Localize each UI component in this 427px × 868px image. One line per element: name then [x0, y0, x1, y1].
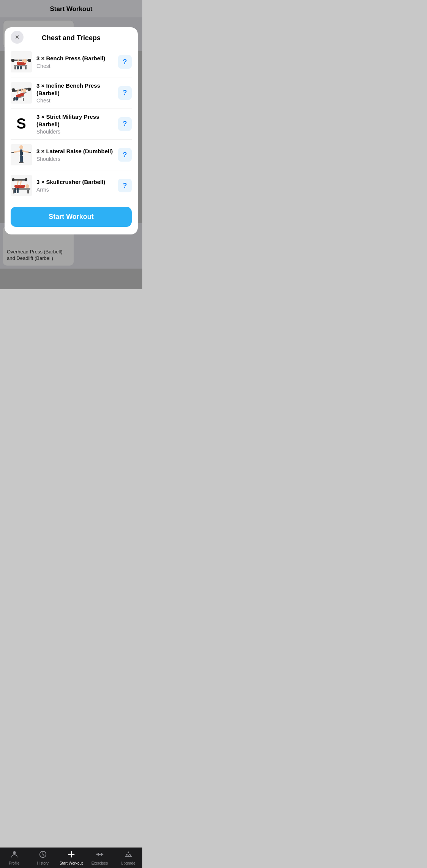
- close-icon: ✕: [15, 34, 19, 40]
- lateral-raise-info: 3 × Lateral Raise (Dumbbell) Shoulders: [36, 148, 113, 162]
- bench-press-info: 3 × Bench Press (Barbell) Chest: [36, 55, 113, 69]
- bench-press-name: 3 × Bench Press (Barbell): [36, 55, 113, 62]
- svg-rect-49: [14, 188, 16, 193]
- bench-press-thumb: [11, 51, 32, 72]
- military-press-muscle: Shoulders: [36, 129, 113, 135]
- svg-rect-47: [12, 178, 14, 181]
- svg-rect-24: [16, 97, 18, 101]
- military-press-help-button[interactable]: ?: [118, 117, 132, 131]
- exercise-item: S 3 × Strict Military Press (Barbell) Sh…: [11, 108, 132, 140]
- svg-rect-10: [14, 65, 27, 66]
- help-icon: ?: [123, 58, 127, 66]
- exercise-item: 3 × Skullcrusher (Barbell) Arms ?: [11, 170, 132, 201]
- help-icon: ?: [123, 151, 127, 159]
- svg-point-19: [22, 89, 26, 93]
- military-press-name: 3 × Strict Military Press (Barbell): [36, 113, 113, 128]
- svg-point-43: [25, 184, 29, 188]
- skullcrusher-info: 3 × Skullcrusher (Barbell) Arms: [36, 178, 113, 193]
- skullcrusher-help-button[interactable]: ?: [118, 179, 132, 192]
- svg-rect-32: [11, 152, 14, 153]
- military-press-info: 3 × Strict Military Press (Barbell) Shou…: [36, 113, 113, 135]
- svg-rect-15: [11, 88, 15, 91]
- incline-bench-info: 3 × Incline Bench Press (Barbell) Chest: [36, 82, 113, 104]
- exercise-item: 3 × Incline Bench Press (Barbell) Chest …: [11, 77, 132, 108]
- bench-press-help-button[interactable]: ?: [118, 55, 132, 69]
- skullcrusher-thumb: [11, 175, 32, 196]
- military-press-thumb: S: [11, 113, 32, 135]
- svg-rect-12: [25, 66, 27, 69]
- svg-rect-3: [28, 59, 31, 62]
- svg-rect-2: [11, 59, 14, 62]
- svg-rect-41: [27, 190, 29, 193]
- lateral-raise-thumb: [11, 144, 32, 165]
- modal-title: Chest and Triceps: [42, 34, 101, 42]
- svg-rect-33: [28, 152, 31, 153]
- lateral-raise-help-button[interactable]: ?: [118, 148, 132, 162]
- start-workout-label: Start Workout: [49, 213, 94, 220]
- svg-point-5: [23, 59, 27, 63]
- svg-point-28: [19, 145, 23, 149]
- lateral-raise-muscle: Shoulders: [36, 156, 113, 162]
- modal-close-button[interactable]: ✕: [11, 31, 24, 44]
- exercise-list: 3 × Bench Press (Barbell) Chest ?: [5, 47, 138, 201]
- svg-line-45: [20, 180, 21, 185]
- incline-bench-help-button[interactable]: ?: [118, 86, 132, 100]
- bench-press-muscle: Chest: [36, 63, 113, 69]
- incline-bench-muscle: Chest: [36, 97, 113, 104]
- modal: ✕ Chest and Triceps: [5, 27, 138, 234]
- help-icon: ?: [123, 120, 127, 128]
- exercise-item: 3 × Lateral Raise (Dumbbell) Shoulders ?: [11, 140, 132, 170]
- svg-rect-26: [23, 98, 24, 101]
- svg-rect-40: [13, 190, 14, 193]
- help-icon: ?: [123, 89, 127, 97]
- incline-bench-name: 3 × Incline Bench Press (Barbell): [36, 82, 113, 97]
- svg-rect-25: [13, 98, 14, 101]
- svg-line-44: [17, 180, 18, 185]
- svg-rect-48: [25, 178, 27, 181]
- skullcrusher-muscle: Arms: [36, 187, 113, 193]
- svg-line-22: [21, 89, 22, 92]
- svg-rect-37: [21, 162, 24, 163]
- svg-rect-46: [13, 179, 27, 181]
- svg-rect-29: [20, 149, 23, 156]
- skullcrusher-name: 3 × Skullcrusher (Barbell): [36, 178, 113, 186]
- svg-rect-42: [14, 185, 25, 188]
- exercise-item: 3 × Bench Press (Barbell) Chest ?: [11, 47, 132, 77]
- svg-rect-35: [21, 156, 23, 162]
- help-icon: ?: [123, 182, 127, 190]
- incline-bench-thumb: [11, 82, 32, 104]
- modal-header: ✕ Chest and Triceps: [5, 27, 138, 47]
- lateral-raise-name: 3 × Lateral Raise (Dumbbell): [36, 148, 113, 155]
- svg-rect-16: [28, 88, 31, 91]
- svg-rect-11: [14, 66, 16, 69]
- start-workout-button[interactable]: Start Workout: [11, 207, 132, 227]
- svg-rect-50: [17, 188, 19, 193]
- svg-line-21: [17, 90, 18, 93]
